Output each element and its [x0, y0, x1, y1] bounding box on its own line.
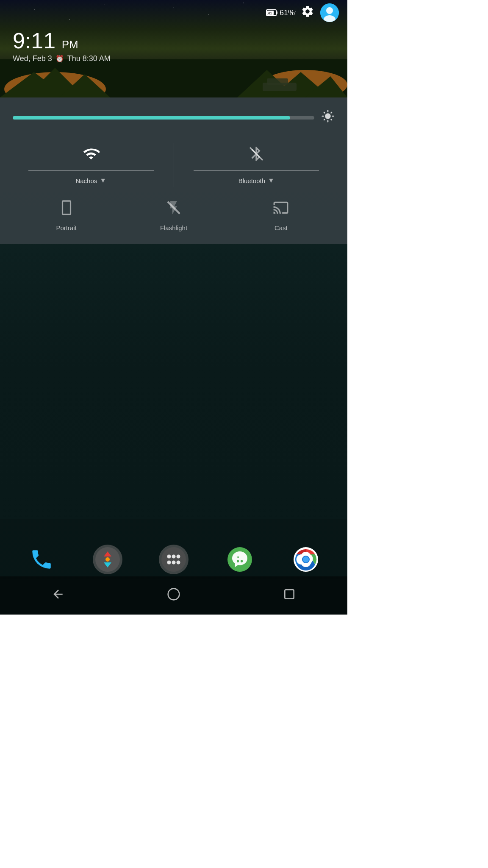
svg-point-30: [177, 561, 180, 565]
cast-icon: [273, 200, 289, 219]
clock-area: 9:11 PM Wed, Feb 3 ⏰ Thu 8:30 AM: [13, 30, 111, 63]
dock-app-drawer-icon[interactable]: [159, 545, 189, 574]
status-bar: 61 61%: [0, 0, 347, 25]
bt-divider: [194, 170, 319, 171]
toggle-tiles-row: Nachos ▼ Bluetooth ▼: [0, 134, 347, 195]
svg-text:61: 61: [268, 11, 272, 15]
dock: ": [0, 545, 347, 574]
wifi-icon: [83, 145, 100, 164]
dock-arrow-launcher-icon[interactable]: [93, 545, 122, 574]
battery-percentage: 61%: [280, 8, 295, 17]
wifi-dropdown-arrow: ▼: [100, 177, 106, 184]
back-button[interactable]: [51, 587, 65, 604]
svg-point-25: [167, 555, 171, 559]
svg-point-27: [177, 555, 180, 559]
svg-rect-10: [267, 78, 288, 85]
portrait-icon: [58, 200, 75, 219]
nav-bar: [0, 576, 347, 615]
clock-date: Wed, Feb 3 ⏰ Thu 8:30 AM: [13, 54, 111, 63]
action-tiles-row: Portrait Flashlight Cast: [0, 195, 347, 236]
brightness-fill: [13, 116, 290, 120]
settings-icon[interactable]: [301, 5, 314, 21]
dock-hangouts-icon[interactable]: ": [225, 545, 255, 574]
dock-chrome-icon[interactable]: [291, 545, 321, 574]
battery-indicator: 61 61%: [266, 8, 295, 17]
avatar[interactable]: [320, 3, 339, 22]
wifi-label: Nachos ▼: [75, 177, 106, 184]
portrait-tile[interactable]: Portrait: [45, 200, 88, 231]
quick-settings-panel: Nachos ▼ Bluetooth ▼: [0, 97, 347, 244]
svg-point-38: [168, 588, 180, 600]
brightness-row: [0, 97, 347, 134]
svg-rect-33: [241, 560, 243, 562]
dock-phone-icon[interactable]: [27, 545, 56, 574]
recents-button[interactable]: [283, 587, 296, 604]
svg-point-16: [326, 7, 333, 14]
svg-point-26: [172, 555, 176, 559]
flashlight-label: Flashlight: [160, 224, 187, 231]
brightness-sun-icon: [321, 109, 335, 126]
svg-point-37: [303, 556, 309, 562]
bluetooth-tile[interactable]: Bluetooth ▼: [174, 139, 339, 191]
svg-text:": ": [236, 555, 239, 562]
clock-time: 9:11 PM: [13, 30, 111, 52]
flashlight-tile[interactable]: Flashlight: [152, 200, 195, 231]
cast-label: Cast: [274, 224, 288, 231]
svg-point-24: [161, 547, 186, 572]
flashlight-icon: [166, 200, 182, 219]
bluetooth-icon: [248, 145, 265, 164]
bluetooth-label: Bluetooth ▼: [238, 177, 274, 184]
alarm-icon: ⏰: [55, 55, 64, 63]
wifi-divider: [28, 170, 154, 171]
bt-dropdown-arrow: ▼: [268, 177, 274, 184]
svg-rect-39: [285, 590, 294, 598]
svg-point-29: [172, 561, 176, 565]
svg-point-28: [167, 561, 171, 565]
home-button[interactable]: [167, 587, 180, 604]
cast-tile[interactable]: Cast: [260, 200, 302, 231]
wifi-tile[interactable]: Nachos ▼: [8, 139, 174, 191]
brightness-slider[interactable]: [13, 116, 314, 120]
portrait-label: Portrait: [56, 224, 76, 231]
svg-point-23: [105, 557, 110, 562]
svg-rect-12: [276, 11, 277, 14]
